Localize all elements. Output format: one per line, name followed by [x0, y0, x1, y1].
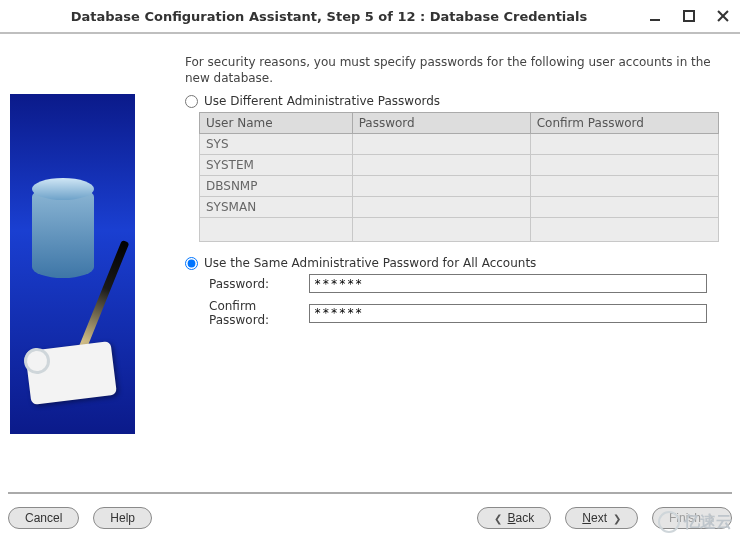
confirm-label: Confirm Password: — [209, 299, 309, 327]
table-row: SYSTEM — [200, 155, 719, 176]
cell-password — [352, 155, 530, 176]
password-input[interactable] — [309, 274, 707, 293]
option-different-passwords[interactable]: Use Different Administrative Passwords — [185, 94, 728, 108]
cell-username: DBSNMP — [200, 176, 353, 197]
chevron-left-icon: ❮ — [494, 513, 502, 524]
cell-confirm — [530, 197, 718, 218]
cell-username: SYS — [200, 134, 353, 155]
database-icon — [32, 186, 94, 278]
watermark-icon — [658, 511, 680, 533]
help-button[interactable]: Help — [93, 507, 152, 529]
cell-username: SYSMAN — [200, 197, 353, 218]
col-username: User Name — [200, 113, 353, 134]
radio-different[interactable] — [185, 95, 198, 108]
cell-username: SYSTEM — [200, 155, 353, 176]
window-title: Database Configuration Assistant, Step 5… — [10, 9, 648, 24]
watermark-text: 亿速云 — [684, 512, 732, 533]
password-row: Password: — [209, 274, 728, 293]
maximize-icon[interactable] — [682, 9, 696, 23]
table-row: SYSMAN — [200, 197, 719, 218]
cell-password — [352, 197, 530, 218]
confirm-row: Confirm Password: — [209, 299, 728, 327]
form-area: For security reasons, you must specify p… — [185, 54, 730, 492]
window-controls — [648, 9, 730, 23]
credentials-table: User Name Password Confirm Password SYS … — [199, 112, 719, 242]
col-password: Password — [352, 113, 530, 134]
cell-confirm — [530, 155, 718, 176]
close-icon[interactable] — [716, 9, 730, 23]
confirm-password-input[interactable] — [309, 304, 707, 323]
table-row: SYS — [200, 134, 719, 155]
intro-text: For security reasons, you must specify p… — [185, 54, 728, 86]
content-area: For security reasons, you must specify p… — [0, 34, 740, 492]
cell-password — [352, 134, 530, 155]
titlebar: Database Configuration Assistant, Step 5… — [0, 0, 740, 34]
radio-same[interactable] — [185, 257, 198, 270]
option-same-password[interactable]: Use the Same Administrative Password for… — [185, 256, 728, 270]
table-filler — [200, 218, 719, 242]
option-same-label: Use the Same Administrative Password for… — [204, 256, 536, 270]
password-label: Password: — [209, 277, 309, 291]
option-different-label: Use Different Administrative Passwords — [204, 94, 440, 108]
cell-confirm — [530, 176, 718, 197]
next-button[interactable]: Next ❯ — [565, 507, 638, 529]
cell-confirm — [530, 134, 718, 155]
cell-password — [352, 176, 530, 197]
wizard-buttons: Cancel Help ❮ Back Next ❯ Finish ❯ — [8, 492, 732, 534]
minimize-icon[interactable] — [648, 9, 662, 23]
watermark: 亿速云 — [658, 511, 732, 533]
col-confirm: Confirm Password — [530, 113, 718, 134]
wizard-illustration — [10, 94, 135, 434]
table-row: DBSNMP — [200, 176, 719, 197]
back-button[interactable]: ❮ Back — [477, 507, 552, 529]
chevron-right-icon: ❯ — [613, 513, 621, 524]
cancel-button[interactable]: Cancel — [8, 507, 79, 529]
